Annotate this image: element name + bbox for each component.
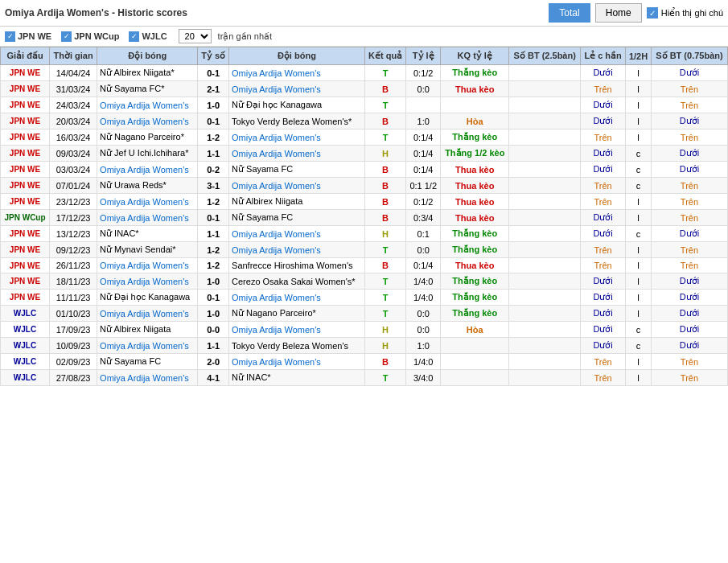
score-cell[interactable]: 2-1 — [198, 81, 229, 97]
team2-cell[interactable]: Nữ Nagano Parceiro* — [229, 306, 365, 322]
score-cell[interactable]: 1-2 — [198, 258, 229, 273]
le-chan-cell: Dưới — [581, 290, 626, 306]
team1-cell[interactable]: Omiya Ardija Women's — [97, 338, 198, 354]
score-cell[interactable]: 1-2 — [198, 242, 229, 258]
team2-cell[interactable]: Tokyo Verdy Beleza Women's — [229, 338, 365, 354]
table-row: JPN WE 18/11/23 Omiya Ardija Women's 1-0… — [1, 273, 728, 290]
team1-cell[interactable]: Omiya Ardija Women's — [97, 258, 198, 273]
team2-cell[interactable]: Omiya Ardija Women's — [229, 65, 365, 81]
score-cell[interactable]: 3-1 — [198, 178, 229, 194]
team2-cell[interactable]: Omiya Ardija Women's — [229, 226, 365, 242]
half-cell: c — [626, 178, 652, 194]
date-cell: 14/04/24 — [50, 65, 97, 81]
tab-total[interactable]: Total — [549, 3, 590, 23]
so-bt-cell — [509, 370, 581, 386]
team1-cell[interactable]: Nữ Albirex Niigata* — [97, 65, 198, 81]
score-cell[interactable]: 1-1 — [198, 146, 229, 162]
team2-cell[interactable]: Omiya Ardija Women's — [229, 242, 365, 258]
score-cell[interactable]: 1-1 — [198, 226, 229, 242]
kq-cell: Thắng kèo — [441, 273, 509, 290]
team2-cell[interactable]: Nữ INAC* — [229, 370, 365, 386]
team2-cell[interactable]: Omiya Ardija Women's — [229, 290, 365, 306]
jpn-we-checkbox[interactable] — [5, 31, 15, 42]
team1-cell[interactable]: Omiya Ardija Women's — [97, 162, 198, 178]
col-le-chan: Lẻ c hần — [581, 47, 626, 65]
col-so-bt2: Số BT (0.75bàn) — [651, 47, 727, 65]
count-select[interactable]: 10 20 30 50 — [179, 29, 212, 43]
score-cell[interactable]: 0-1 — [198, 210, 229, 226]
score-cell[interactable]: 4-1 — [198, 370, 229, 386]
team1-cell[interactable]: Omiya Ardija Women's — [97, 97, 198, 113]
jpn-we-filter[interactable]: JPN WE — [5, 31, 51, 42]
score-cell[interactable]: 1-2 — [198, 194, 229, 210]
score-cell[interactable]: 2-0 — [198, 354, 229, 370]
so-bt-cell — [509, 178, 581, 194]
date-cell: 09/12/23 — [50, 242, 97, 258]
team1-cell[interactable]: Omiya Ardija Women's — [97, 194, 198, 210]
score-cell[interactable]: 0-1 — [198, 290, 229, 306]
jpn-wcup-checkbox[interactable] — [61, 31, 72, 42]
col-ratio: Tỷ lệ — [406, 47, 441, 65]
team2-cell[interactable]: Nữ Sayama FC — [229, 210, 365, 226]
wjlc-checkbox[interactable] — [129, 31, 139, 42]
kq-cell: Thua kèo — [441, 258, 509, 273]
ratio-cell: 0:1/4 — [406, 258, 441, 273]
team1-cell[interactable]: Omiya Ardija Women's — [97, 113, 198, 129]
team2-cell[interactable]: Omiya Ardija Women's — [229, 146, 365, 162]
show-notes-toggle[interactable]: Hiển thị ghi chú — [647, 7, 723, 18]
league-cell: JPN WE — [1, 81, 50, 97]
team2-cell[interactable]: Omiya Ardija Women's — [229, 322, 365, 338]
date-cell: 31/03/24 — [50, 81, 97, 97]
team2-cell[interactable]: Omiya Ardija Women's — [229, 81, 365, 97]
score-cell[interactable]: 0-1 — [198, 65, 229, 81]
team1-cell[interactable]: Omiya Ardija Women's — [97, 306, 198, 322]
ratio-cell: 0:1/2 — [406, 194, 441, 210]
col-team2: Đội bóng — [229, 47, 365, 65]
score-cell[interactable]: 0-1 — [198, 113, 229, 129]
score-cell[interactable]: 0-0 — [198, 322, 229, 338]
team1-cell[interactable]: Nữ Urawa Reds* — [97, 178, 198, 194]
show-notes-label: Hiển thị ghi chú — [661, 8, 723, 18]
so-bt-cell — [509, 322, 581, 338]
score-cell[interactable]: 0-2 — [198, 162, 229, 178]
team2-cell[interactable]: Tokyo Verdy Beleza Women's* — [229, 113, 365, 129]
score-cell[interactable]: 1-0 — [198, 97, 229, 113]
score-cell[interactable]: 1-1 — [198, 338, 229, 354]
team1-cell[interactable]: Nữ Mynavi Sendai* — [97, 242, 198, 258]
half-cell: c — [626, 322, 652, 338]
team2-cell[interactable]: Omiya Ardija Women's — [229, 354, 365, 370]
so-bt-cell — [509, 210, 581, 226]
team2-cell[interactable]: Sanfrecce Hiroshima Women's — [229, 258, 365, 273]
tab-home[interactable]: Home — [595, 3, 642, 23]
le-chan-cell: Dưới — [581, 65, 626, 81]
team1-cell[interactable]: Omiya Ardija Women's — [97, 273, 198, 290]
league-cell: JPN WE — [1, 113, 50, 129]
col-result: Kết quả — [364, 47, 406, 65]
kq-cell: Thắng kèo — [441, 242, 509, 258]
team2-cell[interactable]: Nữ Albirex Niigata — [229, 194, 365, 210]
team2-cell[interactable]: Nữ Sayama FC — [229, 162, 365, 178]
team2-cell[interactable]: Omiya Ardija Women's — [229, 178, 365, 194]
team2-cell[interactable]: Nữ Đại học Kanagawa — [229, 97, 365, 113]
score-cell[interactable]: 1-0 — [198, 273, 229, 290]
team1-cell[interactable]: Nữ Jef U Ichi.Ichihara* — [97, 146, 198, 162]
team1-cell[interactable]: Nữ INAC* — [97, 226, 198, 242]
score-cell[interactable]: 1-0 — [198, 306, 229, 322]
score-cell[interactable]: 1-2 — [198, 129, 229, 146]
team1-cell[interactable]: Omiya Ardija Women's — [97, 210, 198, 226]
team1-cell[interactable]: Omiya Ardija Women's — [97, 370, 198, 386]
ht-cell: Trên — [651, 129, 727, 146]
wjlc-filter[interactable]: WJLC — [129, 31, 167, 42]
show-notes-checkbox[interactable] — [647, 7, 658, 18]
team1-cell[interactable]: Nữ Sayama FC — [97, 354, 198, 370]
date-cell: 02/09/23 — [50, 354, 97, 370]
team2-cell[interactable]: Omiya Ardija Women's — [229, 129, 365, 146]
team1-cell[interactable]: Nữ Nagano Parceiro* — [97, 129, 198, 146]
team1-cell[interactable]: Nữ Đại học Kanagawa — [97, 290, 198, 306]
so-bt-cell — [509, 306, 581, 322]
team2-cell[interactable]: Cerezo Osaka Sakai Women's* — [229, 273, 365, 290]
team1-cell[interactable]: Nữ Sayama FC* — [97, 81, 198, 97]
col-team1: Đội bóng — [97, 47, 198, 65]
jpn-wcup-filter[interactable]: JPN WCup — [61, 31, 119, 42]
team1-cell[interactable]: Nữ Albirex Niigata — [97, 322, 198, 338]
